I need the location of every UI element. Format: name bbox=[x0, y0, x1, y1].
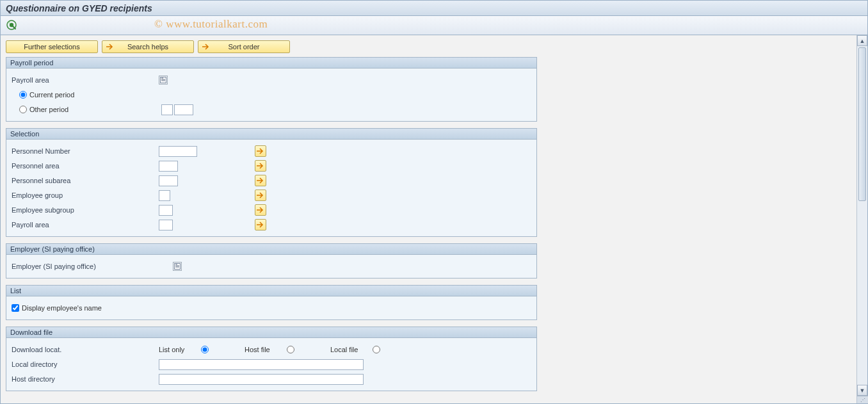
field-label: Personnel subarea bbox=[12, 177, 159, 184]
multiple-selection-button[interactable] bbox=[255, 190, 266, 201]
group-header: Employer (SI paying office) bbox=[6, 244, 536, 255]
group-header: List bbox=[6, 286, 536, 296]
employer-label: Employer (SI paying office) bbox=[12, 263, 173, 270]
scroll-up-button[interactable]: ▲ bbox=[857, 35, 867, 46]
multiple-selection-button[interactable] bbox=[255, 145, 266, 157]
further-selections-label: Further selections bbox=[24, 43, 79, 51]
download-file-group: Download file Download locat. List only … bbox=[6, 327, 537, 391]
other-period-input-2[interactable] bbox=[174, 104, 193, 115]
local-file-label: Local file bbox=[330, 346, 369, 353]
sort-order-button[interactable]: Sort order bbox=[198, 40, 290, 53]
scroll-down-button[interactable]: ▼ bbox=[857, 385, 867, 396]
field-label: Employee subgroup bbox=[12, 206, 159, 214]
multiple-selection-button[interactable] bbox=[255, 160, 266, 172]
page-title: Questionnaire on GYED recipients bbox=[6, 3, 152, 13]
application-toolbar: © www.tutorialkart.com bbox=[1, 16, 867, 35]
multiple-selection-button[interactable] bbox=[255, 219, 266, 230]
selection-toolbar: Further selections Search helps Sort ord… bbox=[6, 40, 851, 53]
watermark-text: © www.tutorialkart.com bbox=[154, 18, 268, 31]
personnel-number-input[interactable] bbox=[159, 146, 197, 157]
personnel-area-input[interactable] bbox=[159, 161, 178, 172]
execute-icon[interactable] bbox=[6, 19, 19, 32]
title-bar: Questionnaire on GYED recipients bbox=[1, 1, 867, 16]
other-period-radio[interactable] bbox=[19, 106, 27, 113]
host-file-radio[interactable] bbox=[287, 346, 294, 353]
group-header: Payroll period bbox=[6, 58, 536, 69]
field-label: Personnel area bbox=[12, 162, 159, 170]
payroll-period-group: Payroll period Payroll area Current peri… bbox=[6, 57, 537, 122]
employer-group: Employer (SI paying office) Employer (SI… bbox=[6, 243, 537, 279]
local-directory-label: Local directory bbox=[12, 360, 159, 368]
multiple-selection-button[interactable] bbox=[255, 175, 266, 186]
local-directory-input[interactable] bbox=[159, 359, 364, 370]
payroll-area-label: Payroll area bbox=[12, 76, 159, 84]
current-period-radio[interactable] bbox=[19, 91, 27, 99]
scroll-track[interactable] bbox=[857, 46, 867, 385]
personnel-subarea-input[interactable] bbox=[159, 175, 178, 186]
dropdown-icon[interactable] bbox=[173, 262, 182, 271]
search-helps-button[interactable]: Search helps bbox=[102, 40, 194, 53]
host-file-label: Host file bbox=[245, 346, 283, 353]
employee-subgroup-input[interactable] bbox=[159, 205, 173, 216]
local-file-radio[interactable] bbox=[373, 346, 380, 353]
field-label: Payroll area bbox=[12, 221, 159, 229]
current-period-label: Current period bbox=[29, 91, 74, 99]
other-period-label: Other period bbox=[29, 106, 161, 113]
sort-order-label: Sort order bbox=[229, 43, 260, 51]
list-group: List Display employee's name bbox=[6, 285, 537, 320]
multiple-selection-button[interactable] bbox=[255, 204, 266, 216]
other-period-input-1[interactable] bbox=[161, 104, 173, 115]
host-directory-input[interactable] bbox=[159, 374, 364, 385]
svg-point-2 bbox=[8, 22, 10, 24]
further-selections-button[interactable]: Further selections bbox=[6, 40, 98, 53]
list-only-radio[interactable] bbox=[201, 346, 209, 353]
search-helps-label: Search helps bbox=[127, 43, 168, 51]
scroll-thumb[interactable] bbox=[858, 47, 866, 201]
group-header: Download file bbox=[6, 327, 536, 338]
download-locat-label: Download locat. bbox=[12, 346, 159, 353]
display-employee-name-label: Display employee's name bbox=[22, 304, 102, 312]
selection-group: Selection Personnel Number Personnel are… bbox=[6, 128, 537, 237]
payroll-area-input[interactable] bbox=[159, 220, 173, 230]
employee-group-input[interactable] bbox=[159, 190, 170, 201]
host-directory-label: Host directory bbox=[12, 375, 159, 383]
arrow-right-icon bbox=[106, 44, 114, 50]
field-label: Personnel Number bbox=[12, 147, 159, 155]
list-only-label: List only bbox=[159, 346, 197, 353]
field-label: Employee group bbox=[12, 191, 159, 199]
vertical-scrollbar[interactable]: ▲ ▼ ⋰ bbox=[856, 35, 867, 403]
group-header: Selection bbox=[6, 129, 536, 140]
resize-grip-icon: ⋰ bbox=[857, 396, 868, 403]
display-employee-name-checkbox[interactable] bbox=[12, 304, 19, 312]
dropdown-icon[interactable] bbox=[159, 76, 168, 85]
arrow-right-icon bbox=[202, 44, 210, 50]
